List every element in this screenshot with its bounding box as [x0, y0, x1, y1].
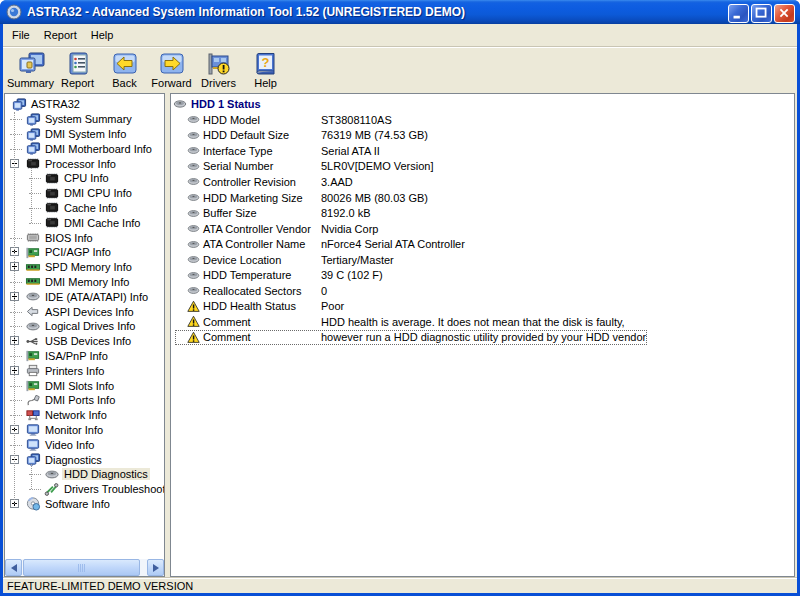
scroll-left-button[interactable]	[5, 559, 22, 576]
toolbar-drivers-button[interactable]: Drivers	[195, 48, 242, 90]
detail-row[interactable]: Buffer Size8192.0 kB	[171, 205, 794, 221]
tree-item-astra32[interactable]: ASTRA32	[5, 97, 164, 112]
tree-connector	[10, 326, 22, 327]
tree-item-dmi-cpu-info[interactable]: DMI CPU Info	[5, 186, 164, 201]
scroll-right-arrow-icon	[153, 564, 159, 572]
tree-horizontal-scrollbar[interactable]	[5, 559, 164, 576]
memory-icon	[25, 260, 41, 275]
toolbar-report-button[interactable]: Report	[54, 48, 101, 90]
card-icon	[25, 378, 41, 393]
scroll-right-button[interactable]	[147, 559, 164, 576]
tree-item-logical-drives-info[interactable]: Logical Drives Info	[5, 319, 164, 334]
tree-item-cache-info[interactable]: Cache Info	[5, 201, 164, 216]
tree-item-dmi-slots-info[interactable]: DMI Slots Info	[5, 378, 164, 393]
tree-item-processor-info[interactable]: Processor Info	[5, 156, 164, 171]
detail-row[interactable]: ATA Controller NamenForce4 Serial ATA Co…	[171, 236, 794, 252]
tree-item-network-info[interactable]: Network Info	[5, 408, 164, 423]
tree-connector	[29, 223, 41, 224]
hdd-icon	[187, 253, 200, 266]
tree-item-dmi-memory-info[interactable]: DMI Memory Info	[5, 275, 164, 290]
toolbar-forward-button[interactable]: Forward	[148, 48, 195, 90]
tree-connector	[31, 464, 32, 489]
maximize-button[interactable]	[751, 4, 772, 23]
detail-row[interactable]: Serial Number5LR0V[DEMO Version]	[171, 159, 794, 175]
detail-row[interactable]: HDD ModelST3808110AS	[171, 112, 794, 128]
hdd-icon	[187, 144, 200, 157]
close-button[interactable]	[774, 4, 795, 23]
scrollbar-track[interactable]	[140, 559, 147, 576]
tree-item-usb-devices-info[interactable]: USB Devices Info	[5, 334, 164, 349]
tree-item-printers-info[interactable]: Printers Info	[5, 363, 164, 378]
scrollbar-thumb[interactable]	[23, 559, 140, 576]
summary-icon	[17, 51, 45, 76]
toolbar-back-button[interactable]: Back	[101, 48, 148, 90]
detail-title: HDD 1 Status	[191, 98, 261, 110]
hdd-icon	[44, 467, 60, 482]
toolbar-help-button[interactable]: ?Help	[242, 48, 289, 90]
hdd-icon	[187, 284, 200, 297]
drive-icon	[25, 289, 41, 304]
hdd-icon	[173, 97, 187, 111]
tree-item-diagnostics[interactable]: Diagnostics	[5, 452, 164, 467]
tree-item-isa-pnp-info[interactable]: ISA/PnP Info	[5, 349, 164, 364]
detail-row[interactable]: Device LocationTertiary/Master	[171, 252, 794, 268]
monitor-icon	[25, 437, 41, 452]
tree-item-ide-ata-atapi-info[interactable]: IDE (ATA/ATAPI) Info	[5, 289, 164, 304]
detail-row[interactable]: HDD Default Size76319 MB (74.53 GB)	[171, 128, 794, 144]
tools-icon	[44, 482, 60, 497]
detail-row[interactable]: HDD Temperature39 C (102 F)	[171, 267, 794, 283]
computer-icon	[11, 97, 27, 112]
tree-item-drivers-troubleshoote[interactable]: Drivers Troubleshoote	[5, 482, 164, 497]
tree-item-aspi-devices-info[interactable]: ASPI Devices Info	[5, 304, 164, 319]
tree-item-dmi-motherboard-info[interactable]: DMI Motherboard Info	[5, 141, 164, 156]
detail-row[interactable]: Commenthowever run a HDD diagnostic util…	[171, 330, 794, 346]
detail-row[interactable]: HDD Health StatusPoor	[171, 299, 794, 315]
menu-report[interactable]: Report	[37, 26, 84, 44]
tree-item-dmi-ports-info[interactable]: DMI Ports Info	[5, 393, 164, 408]
window-title: ASTRA32 - Advanced System Information To…	[27, 5, 465, 19]
tree-item-dmi-cache-info[interactable]: DMI Cache Info	[5, 215, 164, 230]
drive-icon	[25, 319, 41, 334]
tree-item-pci-agp-info[interactable]: PCI/AGP Info	[5, 245, 164, 260]
hdd-icon	[187, 175, 200, 188]
detail-row[interactable]: Controller Revision3.AAD	[171, 174, 794, 190]
computer-icon	[25, 141, 41, 156]
tree-item-hdd-diagnostics[interactable]: HDD Diagnostics	[5, 467, 164, 482]
computer-icon	[25, 452, 41, 467]
tree-item-system-summary[interactable]: System Summary	[5, 112, 164, 127]
hdd-icon	[187, 269, 200, 282]
detail-row[interactable]: Reallocated Sectors0	[171, 283, 794, 299]
detail-header: HDD 1 Status	[171, 96, 794, 112]
tree-connector	[10, 400, 22, 401]
tree-connector	[10, 356, 22, 357]
help-icon: ?	[252, 51, 280, 76]
menu-file[interactable]: File	[5, 26, 37, 44]
tree-connector	[10, 238, 22, 239]
tree-item-cpu-info[interactable]: CPU Info	[5, 171, 164, 186]
menu-bar: FileReportHelp	[3, 24, 797, 46]
tree-item-bios-info[interactable]: BIOS Info	[5, 230, 164, 245]
detail-panel: HDD 1 Status HDD ModelST3808110ASHDD Def…	[170, 93, 795, 577]
toolbar-summary-button[interactable]: Summary	[7, 48, 54, 90]
tree-item-software-info[interactable]: Software Info	[5, 497, 164, 512]
tree-item-spd-memory-info[interactable]: SPD Memory Info	[5, 260, 164, 275]
minimize-button[interactable]	[728, 4, 749, 23]
detail-row[interactable]: HDD Marketing Size80026 MB (80.03 GB)	[171, 190, 794, 206]
forward-icon	[158, 51, 186, 76]
tree-item-video-info[interactable]: Video Info	[5, 437, 164, 452]
app-window: ASTRA32 - Advanced System Information To…	[0, 0, 800, 596]
detail-row[interactable]: Interface TypeSerial ATA II	[171, 143, 794, 159]
svg-text:?: ?	[261, 55, 269, 70]
tree-item-monitor-info[interactable]: Monitor Info	[5, 423, 164, 438]
tree-connector	[10, 282, 22, 283]
tree-item-dmi-system-info[interactable]: DMI System Info	[5, 127, 164, 142]
bios-chip-icon	[25, 230, 41, 245]
tree-connector	[10, 415, 22, 416]
detail-row[interactable]: CommentHDD health is average. It does no…	[171, 314, 794, 330]
tree-connector	[10, 149, 22, 150]
detail-row[interactable]: ATA Controller VendorNvidia Corp	[171, 221, 794, 237]
tree-connector	[10, 386, 22, 387]
tree-connector	[10, 119, 22, 120]
menu-help[interactable]: Help	[84, 26, 121, 44]
hdd-icon	[173, 97, 187, 111]
